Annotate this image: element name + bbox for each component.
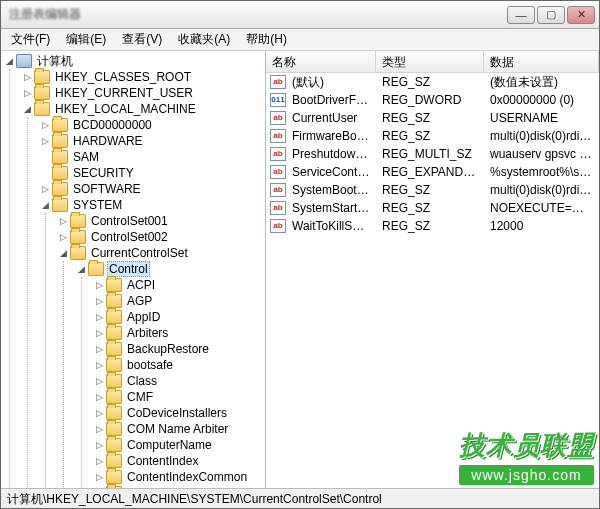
tree-node-key[interactable]: ▷HARDWARE bbox=[39, 133, 265, 149]
value-row[interactable]: abFirmwareBoot...REG_SZmulti(0)disk(0)rd… bbox=[266, 127, 599, 145]
menu-help[interactable]: 帮助(H) bbox=[238, 29, 295, 50]
tree-node-key[interactable]: ▷BackupRestore bbox=[93, 341, 265, 357]
values-list[interactable]: ab(默认)REG_SZ(数值未设置)011BootDriverFlagsREG… bbox=[266, 73, 599, 488]
expand-icon[interactable]: ▷ bbox=[93, 487, 105, 488]
client-area: ◢ 计算机 ▷HKEY_CLASSES_ROOT ▷HKEY_CURRENT_U… bbox=[1, 51, 599, 488]
value-row[interactable]: abCurrentUserREG_SZUSERNAME bbox=[266, 109, 599, 127]
tree-node-key[interactable]: ▷SOFTWARE bbox=[39, 181, 265, 197]
tree-label: CMF bbox=[125, 390, 155, 404]
tree-node-control[interactable]: ◢Control bbox=[75, 261, 265, 277]
expand-icon[interactable]: ▷ bbox=[93, 391, 105, 403]
maximize-button[interactable]: ▢ bbox=[537, 6, 565, 24]
expand-icon[interactable] bbox=[39, 167, 51, 179]
expand-icon[interactable]: ▷ bbox=[93, 407, 105, 419]
value-row[interactable]: abSystemStartOp...REG_SZ NOEXECUTE=OPTIN bbox=[266, 199, 599, 217]
tree-node-key[interactable]: ▷COM Name Arbiter bbox=[93, 421, 265, 437]
tree-node-key[interactable]: SAM bbox=[39, 149, 265, 165]
folder-icon bbox=[52, 182, 68, 196]
column-header-name[interactable]: 名称 bbox=[266, 51, 376, 72]
expand-icon[interactable]: ▷ bbox=[93, 423, 105, 435]
value-row[interactable]: abWaitToKillServi...REG_SZ12000 bbox=[266, 217, 599, 235]
tree-label: HKEY_LOCAL_MACHINE bbox=[53, 102, 198, 116]
expand-icon[interactable]: ▷ bbox=[93, 327, 105, 339]
expand-icon[interactable]: ▷ bbox=[93, 439, 105, 451]
tree-node-key[interactable]: ▷ACPI bbox=[93, 277, 265, 293]
value-name: ServiceControl... bbox=[286, 165, 376, 179]
column-header-data[interactable]: 数据 bbox=[484, 51, 599, 72]
menu-edit[interactable]: 编辑(E) bbox=[58, 29, 114, 50]
tree-node-key[interactable]: ▷CoDeviceInstallers bbox=[93, 405, 265, 421]
expand-icon[interactable]: ▷ bbox=[93, 375, 105, 387]
tree-node-key[interactable]: ▷AppID bbox=[93, 309, 265, 325]
expand-icon[interactable]: ▷ bbox=[93, 311, 105, 323]
minimize-button[interactable]: — bbox=[507, 6, 535, 24]
tree-node-key[interactable]: ▷CMF bbox=[93, 389, 265, 405]
string-value-icon: ab bbox=[270, 201, 286, 215]
tree-node-key[interactable]: ▷ContentIndexCommon bbox=[93, 469, 265, 485]
tree-node-key[interactable]: ▷ComputerName bbox=[93, 437, 265, 453]
tree-label: AppID bbox=[125, 310, 162, 324]
menu-view[interactable]: 查看(V) bbox=[114, 29, 170, 50]
tree-node-key[interactable]: ▷Class bbox=[93, 373, 265, 389]
expand-icon[interactable]: ◢ bbox=[3, 55, 15, 67]
tree-node-key[interactable]: ▷ControlSet001 bbox=[57, 213, 265, 229]
column-header-type[interactable]: 类型 bbox=[376, 51, 484, 72]
value-data: (数值未设置) bbox=[484, 74, 599, 91]
value-row[interactable]: ab(默认)REG_SZ(数值未设置) bbox=[266, 73, 599, 91]
expand-icon[interactable]: ◢ bbox=[39, 199, 51, 211]
tree-node-hive[interactable]: ▷HKEY_CURRENT_USER bbox=[21, 85, 265, 101]
tree-label: BackupRestore bbox=[125, 342, 211, 356]
value-type: REG_SZ bbox=[376, 219, 484, 233]
tree-node-key[interactable]: ▷bootsafe bbox=[93, 357, 265, 373]
value-row[interactable]: abSystemBootDe...REG_SZmulti(0)disk(0)rd… bbox=[266, 181, 599, 199]
value-row[interactable]: abPreshutdownO...REG_MULTI_SZwuauserv gp… bbox=[266, 145, 599, 163]
value-data: 12000 bbox=[484, 219, 599, 233]
string-value-icon: ab bbox=[270, 183, 286, 197]
tree-node-key[interactable]: ▷Arbiters bbox=[93, 325, 265, 341]
tree-node-hklm[interactable]: ◢HKEY_LOCAL_MACHINE bbox=[21, 101, 265, 117]
expand-icon[interactable]: ▷ bbox=[93, 279, 105, 291]
expand-icon[interactable]: ▷ bbox=[39, 119, 51, 131]
tree-node-key[interactable]: ▷ControlSet002 bbox=[57, 229, 265, 245]
expand-icon[interactable]: ▷ bbox=[21, 71, 33, 83]
expand-icon[interactable] bbox=[39, 151, 51, 163]
expand-icon[interactable]: ▷ bbox=[21, 87, 33, 99]
expand-icon[interactable]: ▷ bbox=[57, 231, 69, 243]
tree-node-hive[interactable]: ▷HKEY_CLASSES_ROOT bbox=[21, 69, 265, 85]
expand-icon[interactable]: ▷ bbox=[57, 215, 69, 227]
value-type: REG_SZ bbox=[376, 201, 484, 215]
tree-node-key[interactable]: ▷CrashControl bbox=[93, 485, 265, 488]
tree-label: CrashControl bbox=[125, 486, 200, 488]
expand-icon[interactable]: ▷ bbox=[93, 471, 105, 483]
tree-label-selected: Control bbox=[107, 261, 150, 277]
value-name: SystemStartOp... bbox=[286, 201, 376, 215]
expand-icon[interactable]: ◢ bbox=[75, 263, 87, 275]
tree-node-key[interactable]: SECURITY bbox=[39, 165, 265, 181]
expand-icon[interactable]: ▷ bbox=[93, 343, 105, 355]
value-type: REG_SZ bbox=[376, 183, 484, 197]
titlebar[interactable]: 注册表编辑器 — ▢ ✕ bbox=[1, 1, 599, 29]
folder-icon bbox=[106, 326, 122, 340]
menu-file[interactable]: 文件(F) bbox=[3, 29, 58, 50]
expand-icon[interactable]: ▷ bbox=[39, 135, 51, 147]
close-button[interactable]: ✕ bbox=[567, 6, 595, 24]
expand-icon[interactable]: ▷ bbox=[93, 295, 105, 307]
expand-icon[interactable]: ▷ bbox=[93, 455, 105, 467]
tree-pane[interactable]: ◢ 计算机 ▷HKEY_CLASSES_ROOT ▷HKEY_CURRENT_U… bbox=[1, 51, 266, 488]
value-row[interactable]: 011BootDriverFlagsREG_DWORD0x00000000 (0… bbox=[266, 91, 599, 109]
tree-node-system[interactable]: ◢SYSTEM bbox=[39, 197, 265, 213]
expand-icon[interactable]: ◢ bbox=[21, 103, 33, 115]
tree-node-key[interactable]: ▷AGP bbox=[93, 293, 265, 309]
menu-favorites[interactable]: 收藏夹(A) bbox=[170, 29, 238, 50]
expand-icon[interactable]: ▷ bbox=[93, 359, 105, 371]
value-row[interactable]: abServiceControl...REG_EXPAND_SZ%systemr… bbox=[266, 163, 599, 181]
tree-node-currentcontrolset[interactable]: ◢CurrentControlSet bbox=[57, 245, 265, 261]
tree-label: Arbiters bbox=[125, 326, 170, 340]
tree-node-key[interactable]: ▷ContentIndex bbox=[93, 453, 265, 469]
folder-icon bbox=[106, 294, 122, 308]
expand-icon[interactable]: ▷ bbox=[39, 183, 51, 195]
window-buttons: — ▢ ✕ bbox=[507, 6, 595, 24]
expand-icon[interactable]: ◢ bbox=[57, 247, 69, 259]
tree-node-key[interactable]: ▷BCD00000000 bbox=[39, 117, 265, 133]
tree-node-computer[interactable]: ◢ 计算机 bbox=[3, 53, 265, 69]
